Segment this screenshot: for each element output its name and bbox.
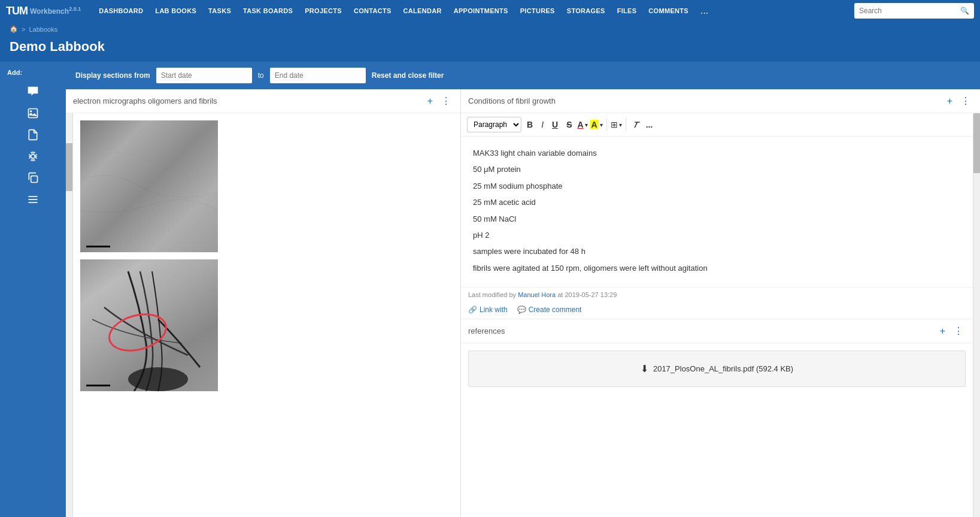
right-section-title[interactable] xyxy=(468,96,945,105)
nav-items: DASHBOARD LAB BOOKS TASKS TASK BOARDS PR… xyxy=(93,0,854,22)
link-with-button[interactable]: 🔗 Link with xyxy=(468,306,508,314)
sidebar-copy-icon[interactable] xyxy=(0,167,66,189)
left-scroll-thumb xyxy=(66,143,72,191)
download-icon: ⬇ xyxy=(641,363,648,374)
left-scrollbar[interactable] xyxy=(66,113,73,517)
end-date-input[interactable] xyxy=(270,68,366,83)
last-modified: Last modified by Manuel Hora at 2019-05-… xyxy=(461,287,973,302)
editor-toolbar: Paragraph B I U S A ▾ xyxy=(461,113,973,137)
content-line-8: fibrils were agitated at 150 rpm, oligom… xyxy=(473,261,961,275)
filter-bar: Display sections from to Reset and close… xyxy=(66,62,980,89)
references-title: references xyxy=(468,326,937,335)
bold-button[interactable]: B xyxy=(524,117,536,132)
scale-bar-2 xyxy=(86,385,110,386)
left-section-header: + ⋮ xyxy=(66,89,460,113)
section-footer-actions: 🔗 Link with 💬 Create comment xyxy=(461,302,973,319)
font-color-dropdown[interactable]: A ▾ xyxy=(577,120,587,129)
left-menu-button[interactable]: ⋮ xyxy=(439,94,453,108)
svg-rect-3 xyxy=(31,176,38,183)
table-chevron: ▾ xyxy=(619,122,622,128)
nav-contacts[interactable]: CONTACTS xyxy=(348,0,398,22)
tum-logo: TUM xyxy=(6,5,28,17)
page-title: Demo Labbook xyxy=(10,39,105,54)
content-line-7: samples were incubated for 48 h xyxy=(473,244,961,258)
strikethrough-button[interactable]: S xyxy=(563,117,575,132)
right-scrollbar[interactable] xyxy=(973,113,980,517)
main-layout: Add: Display sections from to Reset and … xyxy=(0,62,980,517)
nav-task-boards[interactable]: TASK BOARDS xyxy=(237,0,299,22)
em-image-2 xyxy=(80,259,218,391)
search-input[interactable] xyxy=(859,7,960,15)
nav-calendar[interactable]: CALENDAR xyxy=(398,0,448,22)
comment-icon: 💬 xyxy=(517,306,526,314)
page-title-bar: Demo Labbook xyxy=(0,37,980,62)
left-add-button[interactable]: + xyxy=(425,95,435,108)
left-panel: + ⋮ xyxy=(66,89,461,517)
sidebar-file-icon[interactable] xyxy=(0,124,66,146)
breadcrumb: 🏠 > Labbooks xyxy=(0,22,980,37)
nav-projects[interactable]: PROJECTS xyxy=(299,0,348,22)
content-line-3: 25 mM sodium phosphate xyxy=(473,179,961,193)
content-panels: + ⋮ xyxy=(66,89,980,517)
left-section-title[interactable] xyxy=(73,96,425,105)
pdf-download-box[interactable]: ⬇ 2017_PlosOne_AL_fibrils.pdf (592.4 KB) xyxy=(468,350,966,387)
right-scroll-content: Paragraph B I U S A ▾ xyxy=(461,113,973,517)
sidebar-plugin-icon[interactable] xyxy=(0,146,66,167)
create-comment-button[interactable]: 💬 Create comment xyxy=(517,306,582,314)
references-section: references + ⋮ ⬇ 2017_PlosOne_AL_fibrils… xyxy=(461,319,973,387)
breadcrumb-separator: > xyxy=(22,26,25,33)
start-date-input[interactable] xyxy=(156,68,252,83)
right-add-button[interactable]: + xyxy=(945,95,955,108)
clear-format-button[interactable]: 𝘛 xyxy=(630,117,641,132)
references-actions: + ⋮ xyxy=(937,324,966,338)
breadcrumb-labbooks[interactable]: Labbooks xyxy=(29,26,57,33)
pdf-filename: 2017_PlosOne_AL_fibrils.pdf (592.4 KB) xyxy=(653,364,793,373)
filter-to-label: to xyxy=(258,71,264,80)
references-menu-button[interactable]: ⋮ xyxy=(951,324,966,338)
sidebar-comment-icon[interactable] xyxy=(0,81,66,102)
reset-filter-button[interactable]: Reset and close filter xyxy=(372,71,444,80)
table-dropdown[interactable]: ⊞ ▾ xyxy=(611,120,622,129)
search-icon: 🔍 xyxy=(960,7,969,15)
content-line-4: 25 mM acetic acid xyxy=(473,195,961,209)
italic-button[interactable]: I xyxy=(538,117,547,132)
highlight-dropdown[interactable]: A ▾ xyxy=(590,120,603,129)
nav-dashboard[interactable]: DASHBOARD xyxy=(93,0,149,22)
underline-button[interactable]: U xyxy=(549,117,561,132)
references-header: references + ⋮ xyxy=(461,319,973,343)
nav-tasks[interactable]: TASKS xyxy=(202,0,237,22)
search-box[interactable]: 🔍 xyxy=(854,3,974,19)
sidebar: Add: xyxy=(0,62,66,517)
sidebar-add-label: Add: xyxy=(0,66,66,81)
breadcrumb-home[interactable]: 🏠 xyxy=(10,25,18,33)
right-section-actions: + ⋮ xyxy=(945,94,973,108)
nav-storages[interactable]: STORAGES xyxy=(561,0,611,22)
nav-appointments[interactable]: APPOINTMENTS xyxy=(448,0,514,22)
last-modified-prefix: Last modified by xyxy=(468,291,516,298)
references-add-button[interactable]: + xyxy=(937,325,948,338)
scrollbar-thumb xyxy=(973,113,980,173)
editor-content: MAK33 light chain variable domains 50 μM… xyxy=(461,137,973,287)
nav-files[interactable]: FILES xyxy=(611,0,643,22)
content-line-6: pH 2 xyxy=(473,228,961,242)
nav-comments[interactable]: COMMENTS xyxy=(642,0,694,22)
right-panel: + ⋮ Paragraph B I U xyxy=(461,89,980,517)
nav-pictures[interactable]: PICTURES xyxy=(514,0,561,22)
svg-point-1 xyxy=(30,110,32,112)
paragraph-select[interactable]: Paragraph xyxy=(467,117,521,132)
sidebar-menu-icon[interactable] xyxy=(0,189,66,210)
more-toolbar-button[interactable]: ... xyxy=(643,117,656,132)
nav-lab-books[interactable]: LAB BOOKS xyxy=(149,0,202,22)
left-section-actions: + ⋮ xyxy=(425,94,453,108)
link-icon: 🔗 xyxy=(468,306,477,314)
font-color-icon: A xyxy=(577,120,583,129)
right-section-header: + ⋮ xyxy=(461,89,980,113)
nav-more[interactable]: ... xyxy=(694,5,714,16)
sidebar-image-icon[interactable] xyxy=(0,102,66,124)
workbench-label: Workbench2.0.1 xyxy=(30,6,81,16)
font-color-chevron: ▾ xyxy=(585,122,588,128)
svg-point-7 xyxy=(128,367,188,391)
last-modified-author[interactable]: Manuel Hora xyxy=(518,291,556,298)
page-header: 🏠 > Labbooks Demo Labbook xyxy=(0,22,980,62)
right-menu-button[interactable]: ⋮ xyxy=(958,94,973,108)
